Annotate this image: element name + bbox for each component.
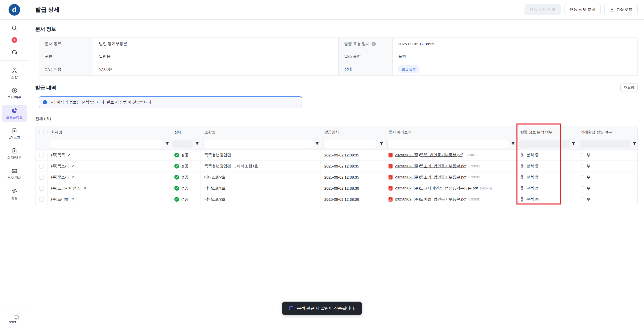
col-fund[interactable]: 조합명 bbox=[201, 126, 321, 138]
row-checkbox[interactable] bbox=[39, 153, 44, 157]
info-icon: i bbox=[43, 100, 47, 104]
user-avatar[interactable]: user bbox=[9, 314, 20, 325]
doc-info-table: 문서 종류 법인 등기부등본 발급 요청 일시 ? 2025-09-02 12:… bbox=[39, 37, 638, 76]
sidebar-item-label: 전자 결재 bbox=[7, 176, 21, 180]
hourglass-icon bbox=[520, 153, 524, 157]
row-checkbox[interactable] bbox=[39, 186, 44, 191]
filter-status-select[interactable] bbox=[173, 140, 193, 148]
rerequest-button[interactable]: 재요청 bbox=[620, 83, 638, 92]
filter-funnel-icon[interactable] bbox=[379, 142, 383, 146]
company-cell[interactable]: (주)노크사이언스 bbox=[48, 183, 171, 194]
fund-cell: 낙낙조합2호 bbox=[201, 194, 321, 205]
sidebar-item-settings[interactable]: 설정 bbox=[2, 185, 27, 202]
sidebar-item-epayment[interactable]: 전자 결재 bbox=[2, 165, 27, 182]
pending-dashed-circle-icon bbox=[581, 186, 584, 190]
table-row: (주)도어벨 성공 낙낙조합2호 2025-09-02 12:38:36 202… bbox=[35, 194, 637, 205]
hourglass-icon bbox=[520, 175, 524, 179]
filter-analysis-select[interactable] bbox=[519, 140, 570, 148]
table-row: (주)똑똑 성공 똑똑청년창업펀드 2025-09-02 12:38:35 20… bbox=[35, 149, 637, 160]
hourglass-icon bbox=[520, 186, 524, 190]
col-preview[interactable]: 문서 미리보기 bbox=[385, 126, 517, 138]
filter-company-input[interactable] bbox=[50, 140, 163, 148]
external-link-icon bbox=[71, 164, 75, 168]
col-date[interactable]: 발급일시 bbox=[321, 126, 385, 138]
success-check-icon bbox=[174, 175, 179, 180]
app-logo[interactable]: d bbox=[9, 4, 20, 16]
company-cell[interactable]: (주)똑소리 bbox=[48, 161, 171, 172]
toast-text: 분석 완료 시 알림이 전송됩니다. bbox=[297, 306, 355, 311]
sidebar-item-label: 조합 bbox=[11, 75, 18, 79]
table-row: (주)똑소리 성공 똑똑청년창업펀드, 타타조합1호 2025-09-02 12… bbox=[35, 160, 637, 172]
col-ledger[interactable]: 거래원장 반영 여부 bbox=[577, 126, 638, 138]
pdf-icon bbox=[388, 175, 393, 180]
search-icon[interactable] bbox=[11, 25, 18, 31]
col-company[interactable]: 회사명 bbox=[48, 126, 171, 138]
sidebar-item-portfolio[interactable]: 포트폴리오 bbox=[2, 105, 27, 122]
broken-image-icon bbox=[14, 315, 19, 320]
headset-icon[interactable] bbox=[11, 49, 18, 55]
sidebar-item-union[interactable]: 조합 bbox=[2, 65, 27, 82]
fund-cell: 똑똑청년창업펀드 bbox=[201, 150, 321, 160]
company-cell[interactable]: (주)문소리 bbox=[48, 172, 171, 183]
filter-preview-input[interactable] bbox=[387, 140, 509, 148]
apply-change-info-button[interactable]: 변동 정보 반영 bbox=[525, 4, 561, 15]
col-status[interactable]: 상태 bbox=[171, 126, 201, 138]
date-cell: 2025-09-02 12:38:35 bbox=[321, 161, 385, 172]
download-button[interactable]: 다운로드 bbox=[604, 4, 638, 15]
help-icon[interactable]: ? bbox=[372, 42, 376, 46]
analysis-cell: 분석 중 bbox=[517, 150, 577, 160]
cost-label: 발급 비용 bbox=[39, 63, 93, 75]
category-label: 구분 bbox=[39, 50, 93, 63]
row-checkbox[interactable] bbox=[39, 164, 44, 169]
issue-history-heading: 발급 내역 bbox=[35, 84, 56, 91]
file-size: (593KB) bbox=[468, 164, 480, 168]
file-link[interactable]: 20250902_(주)똑똑_법인등기부등본.pdf bbox=[395, 152, 463, 158]
file-cell: 20250902_(주)도어벨_법인등기부등본.pdf (593KB) bbox=[385, 194, 517, 205]
table-header-row: 회사명 상태 조합명 발급일시 문서 미리보기 변동 정보 분석 여부 거래원장… bbox=[35, 126, 637, 138]
company-cell[interactable]: (주)도어벨 bbox=[48, 194, 171, 205]
analysis-cell: 분석 중 bbox=[517, 161, 577, 172]
filter-funnel-icon[interactable] bbox=[632, 142, 636, 146]
date-cell: 2025-09-02 12:38:35 bbox=[321, 172, 385, 183]
row-checkbox[interactable] bbox=[39, 197, 44, 202]
row-checkbox[interactable] bbox=[39, 175, 44, 180]
file-link[interactable]: 20250902_(주)도어벨_법인등기부등본.pdf bbox=[395, 197, 466, 202]
sidebar-item-accounting[interactable]: 회계/재무 bbox=[2, 145, 27, 162]
cost-value: 5,500원 bbox=[93, 63, 339, 75]
pending-dashed-circle-icon bbox=[581, 164, 584, 168]
filter-funnel-icon[interactable] bbox=[572, 142, 575, 146]
status-cell: 성공 bbox=[171, 172, 201, 183]
sidebar-item-label: 포트폴리오 bbox=[6, 115, 23, 120]
table-row: (주)문소리 성공 타타조합2호 2025-09-02 12:38:35 202… bbox=[35, 172, 637, 183]
sidebar-nav: 조합 투자/회수 포트폴리오 LP 보고 회계/재무 bbox=[0, 65, 29, 202]
file-cell: 20250902_(주)똑똑_법인등기부등본.pdf (593KB) bbox=[385, 150, 517, 160]
analysis-cell: 분석 중 bbox=[517, 172, 577, 183]
notification-badge[interactable]: 1 bbox=[12, 37, 17, 43]
filter-funnel-icon[interactable] bbox=[511, 142, 515, 146]
analyze-change-info-button[interactable]: 변동 정보 분석 bbox=[565, 4, 601, 15]
content-area: 문서 정보 문서 종류 법인 등기부등본 발급 요청 일시 ? 2025-09-… bbox=[29, 20, 644, 328]
sidebar-item-lp-report[interactable]: LP 보고 bbox=[2, 125, 27, 142]
avatar-alt-text: user bbox=[9, 320, 16, 324]
filter-ledger-select[interactable] bbox=[580, 140, 630, 148]
filter-funnel-icon[interactable] bbox=[195, 142, 199, 146]
report-document-icon bbox=[11, 128, 18, 134]
fund-cell: 똑똑청년창업펀드, 타타조합1호 bbox=[201, 161, 321, 172]
file-link[interactable]: 20250902_(주)노크사이언스_법인등기부등본.pdf bbox=[395, 186, 478, 191]
select-all-checkbox[interactable] bbox=[39, 130, 44, 134]
ledger-cell: 부 bbox=[577, 150, 638, 160]
company-cell[interactable]: (주)똑똑 bbox=[48, 150, 171, 160]
doc-type-value: 법인 등기부등본 bbox=[93, 38, 339, 50]
file-size: (593KB) bbox=[468, 197, 480, 201]
filter-funnel-icon[interactable] bbox=[315, 142, 319, 146]
cancellation-value: 포함 bbox=[393, 50, 637, 63]
filter-date-input[interactable] bbox=[323, 140, 377, 148]
sidebar-item-invest[interactable]: 투자/회수 bbox=[2, 85, 27, 102]
file-link[interactable]: 20250902_(주)문소리_법인등기부등본.pdf bbox=[395, 175, 466, 180]
pending-dashed-circle-icon bbox=[581, 153, 584, 157]
col-analysis[interactable]: 변동 정보 분석 여부 bbox=[517, 126, 577, 138]
filter-funnel-icon[interactable] bbox=[165, 142, 169, 146]
filter-fund-input[interactable] bbox=[203, 140, 313, 148]
file-link[interactable]: 20250902_(주)똑소리_법인등기부등본.pdf bbox=[395, 163, 466, 169]
category-value: 열람용 bbox=[93, 50, 339, 63]
